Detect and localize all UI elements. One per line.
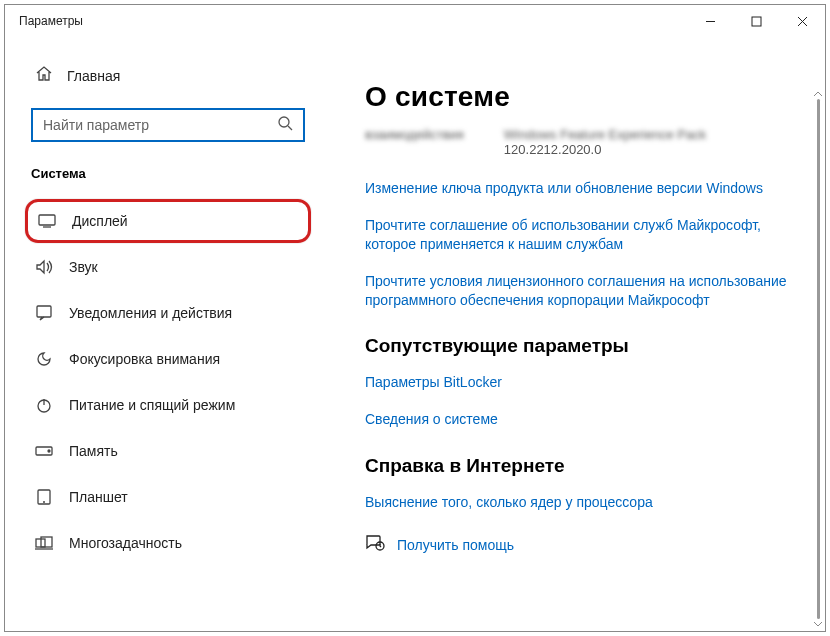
main-content: О системе взаимодействия Windows Feature…	[331, 37, 825, 631]
sidebar-item-label: Планшет	[69, 489, 128, 505]
sidebar-item-label: Звук	[69, 259, 98, 275]
home-icon	[35, 65, 53, 86]
sidebar-item-multitasking[interactable]: Многозадачность	[9, 521, 327, 565]
link-bitlocker[interactable]: Параметры BitLocker	[365, 373, 801, 392]
version-info: 120.2212.2020.0	[504, 142, 801, 157]
sound-icon	[35, 258, 53, 276]
chat-icon	[365, 534, 385, 555]
sidebar-item-power[interactable]: Питание и спящий режим	[9, 383, 327, 427]
get-help-row[interactable]: Получить помощь	[365, 534, 801, 555]
focus-icon	[35, 350, 53, 368]
notifications-icon	[35, 304, 53, 322]
power-icon	[35, 396, 53, 414]
sidebar-item-display[interactable]: Дисплей	[25, 199, 311, 243]
link-cpu-cores-help[interactable]: Выяснение того, сколько ядер у процессор…	[365, 493, 801, 512]
home-label: Главная	[67, 68, 120, 84]
link-license-terms[interactable]: Прочтите условия лицензионного соглашени…	[365, 272, 801, 310]
sidebar-item-label: Питание и спящий режим	[69, 397, 235, 413]
sidebar-item-storage[interactable]: Память	[9, 429, 327, 473]
web-help-heading: Справка в Интернете	[365, 455, 801, 477]
blurred-value: Windows Feature Experience Pack	[504, 127, 801, 142]
maximize-button[interactable]	[733, 5, 779, 37]
sidebar: Главная Система Дисплей	[5, 37, 331, 631]
scroll-down-icon	[813, 621, 823, 627]
settings-window: Параметры Главная	[4, 4, 826, 632]
window-controls	[687, 5, 825, 37]
sidebar-item-label: Память	[69, 443, 118, 459]
sidebar-item-focus[interactable]: Фокусировка внимания	[9, 337, 327, 381]
search-icon	[277, 115, 293, 135]
multitasking-icon	[35, 534, 53, 552]
home-nav[interactable]: Главная	[9, 57, 327, 94]
svg-rect-6	[39, 215, 55, 225]
svg-point-4	[279, 117, 289, 127]
svg-rect-1	[752, 17, 761, 26]
get-help-label: Получить помощь	[397, 537, 514, 553]
scrollbar[interactable]	[811, 91, 825, 627]
tablet-icon	[35, 488, 53, 506]
scroll-up-icon	[813, 91, 823, 97]
link-system-info[interactable]: Сведения о системе	[365, 410, 801, 429]
sidebar-item-sound[interactable]: Звук	[9, 245, 327, 289]
info-row-blurred: взаимодействия Windows Feature Experienc…	[365, 127, 801, 169]
link-services-agreement[interactable]: Прочтите соглашение об использовании слу…	[365, 216, 801, 254]
sidebar-item-label: Уведомления и действия	[69, 305, 232, 321]
search-container	[31, 108, 305, 142]
nav-list: Дисплей Звук Уведомления и действия	[9, 191, 327, 565]
search-input[interactable]	[43, 117, 277, 133]
scroll-thumb[interactable]	[817, 99, 820, 619]
svg-line-5	[288, 126, 292, 130]
window-body: Главная Система Дисплей	[5, 37, 825, 631]
related-settings-heading: Сопутствующие параметры	[365, 335, 801, 357]
svg-point-12	[48, 450, 50, 452]
title-bar: Параметры	[5, 5, 825, 37]
sidebar-item-label: Фокусировка внимания	[69, 351, 220, 367]
sidebar-item-label: Дисплей	[72, 213, 128, 229]
minimize-button[interactable]	[687, 5, 733, 37]
display-icon	[38, 212, 56, 230]
window-title: Параметры	[19, 14, 83, 28]
sidebar-item-notifications[interactable]: Уведомления и действия	[9, 291, 327, 335]
close-button[interactable]	[779, 5, 825, 37]
blurred-label: взаимодействия	[365, 127, 464, 169]
section-title: Система	[9, 162, 327, 191]
link-product-key[interactable]: Изменение ключа продукта или обновление …	[365, 179, 801, 198]
sidebar-item-label: Многозадачность	[69, 535, 182, 551]
search-box[interactable]	[31, 108, 305, 142]
page-title: О системе	[365, 81, 801, 113]
sidebar-item-tablet[interactable]: Планшет	[9, 475, 327, 519]
storage-icon	[35, 442, 53, 460]
svg-rect-8	[37, 306, 51, 317]
